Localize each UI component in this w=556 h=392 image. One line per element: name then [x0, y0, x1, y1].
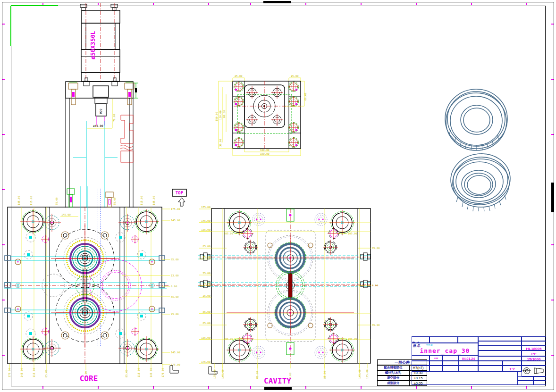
cylinder-size-label: ø50X350L — [89, 31, 96, 59]
approve-date-cell — [459, 366, 478, 371]
dim-label: 85.00 — [55, 197, 58, 205]
dim-label: 175.00 — [201, 360, 211, 363]
dim-label: 30.00 — [219, 139, 222, 147]
dim-label: 115.00 — [137, 368, 140, 377]
notes-cell — [412, 371, 518, 385]
dim-label: 100.00 — [260, 149, 270, 151]
customer-value-cell — [458, 336, 478, 343]
height-dim-label: 70.00 — [113, 114, 116, 122]
dim-label: 85.00 — [372, 324, 380, 326]
cylinder-side-view: ø50X350L M22 70.00 — [59, 2, 153, 208]
dim-label: 145.00 — [358, 369, 361, 379]
tolerance-row-label: 避空部分 — [387, 376, 399, 380]
ejector-rod-part — [120, 115, 133, 162]
dim-label: 145.00 — [171, 219, 180, 222]
dim-label: 85.00 — [323, 371, 326, 379]
dim-label: 145.00 — [201, 219, 211, 222]
dim-label: 85.00 — [256, 371, 259, 379]
dim-label: 135.00 — [201, 228, 211, 231]
scale-label: 比 例 — [479, 371, 486, 372]
dim-label: 80.00 — [223, 110, 226, 118]
part-title-en-label: TITLE — [426, 344, 433, 347]
bore-dim-label: ø45.00 — [93, 124, 103, 127]
dim-label: 115.00 — [30, 196, 33, 205]
dim-label: 85.00 — [45, 369, 48, 377]
cap-render-bottom — [448, 151, 513, 211]
dim-label: 175.00 — [201, 206, 211, 209]
dim-label: 150.00 — [260, 152, 270, 155]
sheet-value-cell — [533, 376, 546, 381]
shrinkage-value: 15/1000 — [522, 356, 546, 361]
mold-no: HL18005 — [522, 346, 546, 350]
dim-label: 105.00 — [224, 337, 233, 340]
dim-label: 0.00 — [171, 285, 177, 288]
dim-label: 23.00 — [171, 274, 179, 277]
cad-drawing-sheet: ø50X350L M22 70.00 — [0, 0, 556, 392]
dim-label: 25.00 — [291, 75, 299, 77]
dim-label: 115.00 — [140, 196, 143, 205]
approver-value-cell — [430, 366, 443, 371]
dim-label: 85.00 — [202, 322, 211, 325]
scale-value: 1:2 — [503, 366, 522, 372]
tolerance-row-label: 螺丝孔/水孔 — [385, 371, 401, 375]
dim-label: 135.00 — [201, 336, 211, 339]
dim-label: 105.00 — [348, 337, 357, 340]
model-value-cell — [522, 336, 546, 341]
dim-label: 85.00 — [171, 258, 179, 261]
dim-label: 85.00 — [202, 256, 211, 259]
design-date: 04.01.24 — [459, 355, 478, 361]
dim-label: 145.00 — [221, 369, 224, 379]
dim-label: 0.00 — [372, 284, 378, 287]
designer-value: *** — [430, 355, 443, 361]
cavity-view: 105.00 105.00 105.00 105.00 175.00 145.0… — [198, 200, 391, 389]
dim-label: 85.00 — [202, 310, 211, 313]
hydraulic-cylinder: ø50X350L — [80, 3, 120, 83]
check-date-cell — [459, 361, 478, 366]
scale-en: SCA.PCL — [487, 371, 497, 372]
dim-label: 175.00 — [161, 368, 164, 377]
dim-label: 145.00 — [61, 213, 71, 216]
corner-symbol — [170, 366, 178, 373]
dim-label: 175.00 — [366, 369, 369, 379]
dim-label: 145.00 — [17, 196, 20, 205]
top-plate-view: 25.00 25.00 60.00 150.00 110.00 80.00 30… — [215, 73, 314, 163]
cap-ribs — [449, 130, 499, 150]
dim-label: 110.00 — [219, 110, 222, 120]
material-value: PP — [522, 350, 546, 356]
dim-label: 145.00 — [171, 351, 180, 354]
dim-label: 85.00 — [125, 369, 128, 377]
frame-corner-highlight-v — [10, 6, 11, 46]
dim-label: 25.00 — [202, 294, 211, 297]
part-title-label: 品 名 — [413, 344, 421, 347]
dim-label: 60.00 — [304, 92, 307, 100]
dim-label: 150.00 — [215, 112, 218, 121]
part-name-cell: 品 名 TITLE inner_cap_30 — [412, 343, 478, 355]
dim-label: 145.00 — [20, 368, 23, 377]
third-angle-projection-icon — [522, 366, 546, 376]
cavity-view-title: CAVITY — [264, 376, 291, 385]
part-name: inner_cap_30 — [412, 347, 478, 354]
thread-label: M22 — [99, 108, 102, 114]
dim-label: 105.00 — [348, 232, 357, 235]
checker-value-cell — [430, 361, 443, 366]
dim-label: 105.00 — [224, 232, 233, 235]
dim-label: 85.00 — [372, 247, 380, 250]
top-direction-marker: TOP — [172, 189, 186, 206]
tolerance-row-label: 成型部分 — [387, 381, 399, 385]
projection-symbol-cell — [522, 366, 546, 376]
dim-label: 55.00 — [202, 272, 211, 275]
dim-label: 145.00 — [152, 196, 155, 205]
frame-corner-highlight-h — [11, 5, 58, 6]
dim-label: 115.00 — [33, 368, 35, 377]
tolerance-row-label: 配合精密部位 — [384, 366, 403, 370]
tolerance-title: 一般公差 — [395, 360, 410, 365]
dim-label: 145.00 — [150, 368, 152, 377]
side-bolt-left — [68, 82, 78, 105]
dim-label: 55.00 — [171, 295, 179, 298]
dim-label: 175.00 — [8, 368, 11, 377]
dim-label: 85.00 — [202, 245, 211, 248]
part-3d-renders — [439, 85, 536, 212]
dim-label: 175.00 — [171, 208, 180, 210]
core-view-title: CORE — [80, 374, 98, 383]
dwg-value-cell — [522, 341, 546, 346]
